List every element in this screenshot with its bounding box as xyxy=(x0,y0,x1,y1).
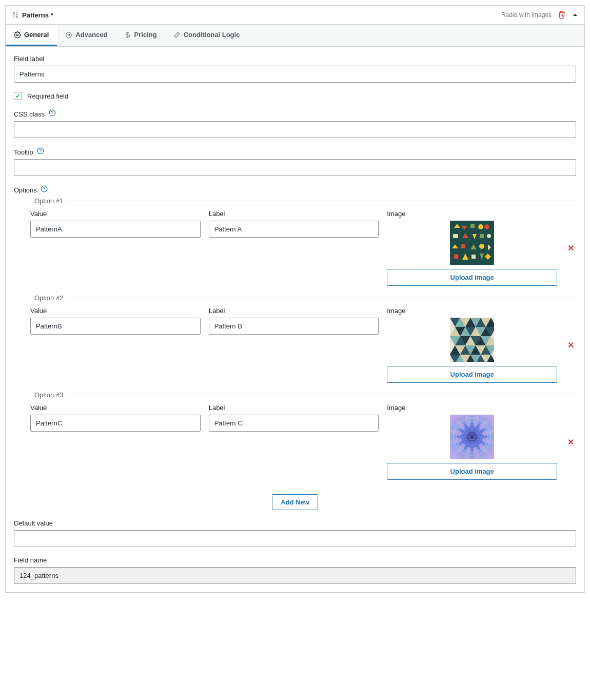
css-class-caption: CSS class xyxy=(14,109,576,118)
upload-image-button[interactable]: Upload image xyxy=(387,366,557,383)
tab-conditional-logic[interactable]: Conditional Logic xyxy=(165,25,248,46)
add-new-button[interactable]: Add New xyxy=(272,494,318,510)
add-new-wrap: Add New xyxy=(14,494,576,510)
tab-label: General xyxy=(24,31,49,38)
tab-bar: General Advanced Pricing Conditional Log… xyxy=(6,25,584,47)
option-label-col: Label xyxy=(209,404,379,432)
remove-option-button[interactable]: ✕ xyxy=(565,243,576,253)
option-value-caption: Value xyxy=(30,307,201,315)
tab-pricing[interactable]: Pricing xyxy=(116,25,165,46)
option-image-col: Image xyxy=(387,210,557,286)
tooltip-group: Tooltip xyxy=(14,147,576,176)
tab-label: Conditional Logic xyxy=(184,31,240,38)
option-legend: Option #1 xyxy=(30,197,67,205)
field-panel: Patterns * Radio with images General Adv… xyxy=(5,5,585,593)
option-label-input[interactable] xyxy=(209,318,379,335)
option-label-col: Label xyxy=(209,307,379,335)
tooltip-caption-text: Tooltip xyxy=(14,148,33,156)
svg-point-22 xyxy=(454,254,459,259)
field-name-input[interactable] xyxy=(14,567,576,584)
option-row: Value Label Image xyxy=(30,302,576,391)
option-1: Option #1 Value Label Image xyxy=(30,197,576,294)
field-label-group: Field label xyxy=(14,55,576,83)
upload-image-button[interactable]: Upload image xyxy=(387,463,557,480)
option-row: Value Label Image xyxy=(30,399,576,488)
svg-point-16 xyxy=(487,234,491,238)
required-label: Required field xyxy=(27,92,68,100)
gear-icon xyxy=(14,31,21,38)
field-label-input[interactable] xyxy=(14,66,576,83)
default-value-input[interactable] xyxy=(14,530,576,547)
option-value-caption: Value xyxy=(30,210,201,218)
svg-point-1 xyxy=(68,34,70,36)
option-row: Value Label Image xyxy=(30,205,576,294)
options-caption-text: Options xyxy=(14,186,37,194)
option-image-preview xyxy=(450,318,494,362)
panel-title: Patterns * xyxy=(22,11,53,19)
svg-rect-9 xyxy=(470,224,475,228)
default-value-caption: Default value xyxy=(14,519,576,527)
upload-image-button[interactable]: Upload image xyxy=(387,269,557,286)
css-class-caption-text: CSS class xyxy=(14,110,45,118)
option-label-input[interactable] xyxy=(209,415,379,432)
options-caption: Options xyxy=(14,185,576,194)
wand-icon xyxy=(173,31,181,38)
svg-rect-24 xyxy=(471,255,476,259)
drag-handle-icon[interactable] xyxy=(12,11,19,18)
svg-point-10 xyxy=(478,224,483,229)
required-checkbox[interactable] xyxy=(14,92,22,100)
option-image-col: Image xyxy=(387,404,557,480)
tooltip-input[interactable] xyxy=(14,159,576,176)
tab-general[interactable]: General xyxy=(6,25,57,46)
css-class-group: CSS class xyxy=(14,109,576,138)
option-value-input[interactable] xyxy=(30,318,201,335)
field-type-label: Radio with images xyxy=(501,11,552,18)
svg-point-0 xyxy=(16,34,18,36)
help-icon[interactable] xyxy=(37,147,44,154)
sliders-icon xyxy=(65,31,72,38)
help-icon[interactable] xyxy=(41,185,48,192)
option-value-col: Value xyxy=(30,404,201,432)
default-value-group: Default value xyxy=(14,519,576,547)
remove-option-button[interactable]: ✕ xyxy=(565,437,576,447)
field-name-caption: Field name xyxy=(14,556,576,564)
panel-header: Patterns * Radio with images xyxy=(6,6,584,25)
svg-rect-12 xyxy=(453,234,458,238)
help-icon[interactable] xyxy=(49,109,56,116)
panel-body: Field label Required field CSS class Too… xyxy=(6,47,584,592)
svg-point-20 xyxy=(479,244,484,249)
tab-advanced[interactable]: Advanced xyxy=(57,25,115,46)
collapse-toggle[interactable] xyxy=(572,12,578,18)
option-label-caption: Label xyxy=(209,404,379,412)
option-legend: Option #3 xyxy=(30,391,67,399)
dollar-icon xyxy=(124,31,131,38)
option-value-col: Value xyxy=(30,210,201,238)
option-label-input[interactable] xyxy=(209,221,379,238)
tab-label: Advanced xyxy=(75,31,107,38)
option-legend: Option #2 xyxy=(30,294,67,302)
option-2: Option #2 Value Label Image xyxy=(30,294,576,391)
option-value-col: Value xyxy=(30,307,201,335)
tab-label: Pricing xyxy=(134,31,157,38)
option-image-preview xyxy=(450,415,494,459)
css-class-input[interactable] xyxy=(14,121,576,138)
svg-point-2 xyxy=(66,32,72,37)
remove-option-button[interactable]: ✕ xyxy=(565,340,576,350)
option-value-input[interactable] xyxy=(30,415,201,432)
delete-button[interactable] xyxy=(558,11,566,19)
required-field-row: Required field xyxy=(14,92,576,100)
option-value-caption: Value xyxy=(30,404,201,412)
option-image-preview xyxy=(450,221,494,265)
field-label-caption: Field label xyxy=(14,55,576,63)
option-label-caption: Label xyxy=(209,210,379,218)
options-group: Options Option #1 Value Label xyxy=(14,185,576,510)
option-label-col: Label xyxy=(209,210,379,238)
option-value-input[interactable] xyxy=(30,221,201,238)
option-label-caption: Label xyxy=(209,307,379,315)
option-image-caption: Image xyxy=(387,307,557,315)
tooltip-caption: Tooltip xyxy=(14,147,576,156)
field-name-group: Field name xyxy=(14,556,576,584)
option-3: Option #3 Value Label Image xyxy=(30,391,576,488)
option-image-col: Image xyxy=(387,307,557,383)
svg-rect-15 xyxy=(480,234,484,238)
